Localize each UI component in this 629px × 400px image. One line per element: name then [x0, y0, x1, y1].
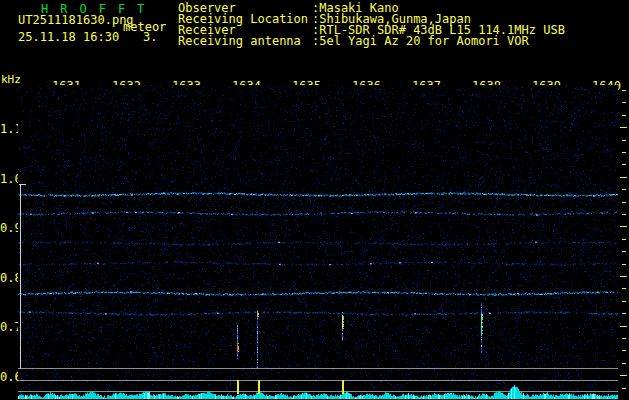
freq-axis-right-tick [622, 388, 626, 389]
info-label: Receiving antenna [178, 36, 308, 47]
freq-axis-right-tick [622, 313, 626, 314]
freq-axis-right-tick [622, 264, 626, 265]
freq-axis-label: 0.7 [0, 320, 19, 334]
freq-axis-label: 0.8 [0, 271, 19, 285]
info-labels-column: ObserverReceiving LocationReceiverReceiv… [178, 3, 308, 47]
freq-axis-right-tick [622, 90, 626, 91]
info-values-column: :Masaki Kano:Shibukawa,Gunma,Japan:RTL-S… [312, 3, 565, 47]
freq-axis-right-tick [622, 189, 626, 190]
counting-region-line [20, 184, 21, 369]
echo-count-bar [342, 380, 344, 394]
freq-axis-right-tick [622, 214, 626, 215]
freq-axis-right-tick [620, 127, 627, 128]
freq-axis-label: 1.1 [0, 122, 19, 136]
freq-axis-right-tick [622, 239, 626, 240]
counting-region-line-serif [19, 184, 26, 185]
echo-count-bar [237, 380, 239, 394]
freq-unit-label: kHz [1, 75, 21, 85]
freq-axis-right-tick [620, 326, 627, 327]
freq-axis-right-tick [620, 177, 627, 178]
spectrogram-canvas [18, 85, 618, 399]
freq-axis-right-tick [622, 202, 626, 203]
freq-axis-right-tick [622, 251, 626, 252]
freq-axis-right-tick [622, 338, 626, 339]
freq-axis-right-tick [620, 226, 627, 227]
freq-axis-right-tick [622, 152, 626, 153]
freq-axis-right-tick [622, 164, 626, 165]
freq-axis-right-tick [620, 276, 627, 277]
freq-axis-right-tick [622, 301, 626, 302]
freq-axis-label: 1.0 [0, 172, 19, 186]
hrofft-screen: HROFFT UT2511181630.png meteor 25.11.18 … [0, 0, 629, 400]
info-value: :5el Yagi Az 20 for Aomori VOR [312, 36, 565, 47]
echo-count-bar [258, 380, 260, 394]
freq-axis-right-tick [622, 102, 626, 103]
freq-axis-right-tick [622, 350, 626, 351]
freq-axis-right-tick [622, 140, 626, 141]
output-filename: UT2511181630.png [18, 15, 134, 26]
echo-counter: 3. [143, 32, 157, 43]
freq-axis-label: 0.9 [0, 221, 19, 235]
observation-datetime: 25.11.18 16:30 [18, 32, 119, 43]
freq-axis-right-tick [622, 115, 626, 116]
freq-axis-right-tick [622, 363, 626, 364]
freq-axis-label: 0.6 [0, 370, 19, 384]
freq-axis-right-tick [622, 288, 626, 289]
freq-axis-right-tick [620, 375, 627, 376]
